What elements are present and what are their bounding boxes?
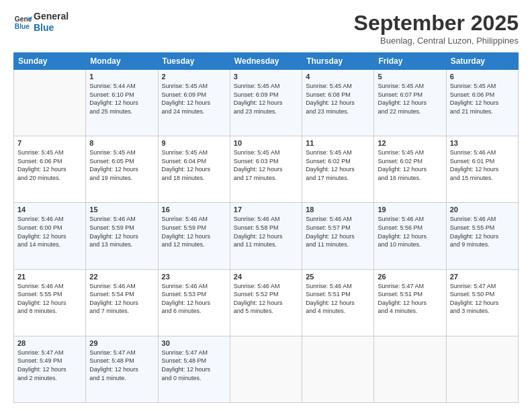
day-number: 8 <box>89 139 154 147</box>
day-number: 3 <box>234 73 298 81</box>
day-number: 7 <box>17 139 82 147</box>
day-number: 11 <box>306 139 370 147</box>
day-info: Sunrise: 5:46 AM Sunset: 6:01 PM Dayligh… <box>450 148 515 182</box>
day-info: Sunrise: 5:45 AM Sunset: 6:05 PM Dayligh… <box>89 148 154 182</box>
calendar-cell: 2Sunrise: 5:45 AM Sunset: 6:09 PM Daylig… <box>158 70 230 136</box>
calendar-cell <box>374 336 446 402</box>
day-number: 30 <box>162 339 226 347</box>
day-number: 19 <box>378 205 442 214</box>
day-info: Sunrise: 5:47 AM Sunset: 5:50 PM Dayligh… <box>450 282 515 316</box>
svg-text:Blue: Blue <box>15 23 30 30</box>
day-info: Sunrise: 5:46 AM Sunset: 5:58 PM Dayligh… <box>234 215 298 248</box>
calendar-cell <box>302 336 374 402</box>
week-row-4: 21Sunrise: 5:46 AM Sunset: 5:55 PM Dayli… <box>14 269 519 336</box>
day-info: Sunrise: 5:46 AM Sunset: 5:53 PM Dayligh… <box>162 282 226 316</box>
calendar-cell: 7Sunrise: 5:45 AM Sunset: 6:06 PM Daylig… <box>14 136 86 203</box>
day-info: Sunrise: 5:47 AM Sunset: 5:51 PM Dayligh… <box>378 282 442 316</box>
calendar-cell: 21Sunrise: 5:46 AM Sunset: 5:55 PM Dayli… <box>14 269 86 336</box>
header-saturday: Saturday <box>446 53 518 70</box>
day-info: Sunrise: 5:46 AM Sunset: 5:56 PM Dayligh… <box>378 215 442 248</box>
calendar-cell: 10Sunrise: 5:45 AM Sunset: 6:03 PM Dayli… <box>230 136 302 203</box>
day-number: 26 <box>378 273 442 281</box>
calendar-cell: 5Sunrise: 5:45 AM Sunset: 6:07 PM Daylig… <box>374 70 446 136</box>
header-sunday: Sunday <box>14 53 86 70</box>
calendar-cell: 13Sunrise: 5:46 AM Sunset: 6:01 PM Dayli… <box>446 136 518 203</box>
logo-icon: General Blue <box>13 13 32 32</box>
day-number: 13 <box>450 139 515 147</box>
calendar-cell: 22Sunrise: 5:46 AM Sunset: 5:54 PM Dayli… <box>86 269 158 336</box>
calendar-cell: 30Sunrise: 5:47 AM Sunset: 5:48 PM Dayli… <box>158 336 230 402</box>
calendar-cell: 26Sunrise: 5:47 AM Sunset: 5:51 PM Dayli… <box>374 269 446 336</box>
calendar-cell: 24Sunrise: 5:46 AM Sunset: 5:52 PM Dayli… <box>230 269 302 336</box>
day-info: Sunrise: 5:46 AM Sunset: 5:54 PM Dayligh… <box>89 282 154 316</box>
header-wednesday: Wednesday <box>230 53 302 70</box>
day-number: 23 <box>162 273 226 281</box>
day-number: 9 <box>162 139 226 147</box>
calendar-cell: 29Sunrise: 5:47 AM Sunset: 5:48 PM Dayli… <box>86 336 158 402</box>
day-info: Sunrise: 5:47 AM Sunset: 5:49 PM Dayligh… <box>17 349 82 382</box>
day-info: Sunrise: 5:46 AM Sunset: 5:59 PM Dayligh… <box>162 215 226 248</box>
calendar-cell: 17Sunrise: 5:46 AM Sunset: 5:58 PM Dayli… <box>230 203 302 269</box>
day-info: Sunrise: 5:46 AM Sunset: 5:59 PM Dayligh… <box>89 215 154 248</box>
day-info: Sunrise: 5:46 AM Sunset: 6:00 PM Dayligh… <box>17 215 82 248</box>
day-info: Sunrise: 5:46 AM Sunset: 5:51 PM Dayligh… <box>306 282 370 316</box>
calendar-cell: 16Sunrise: 5:46 AM Sunset: 5:59 PM Dayli… <box>158 203 230 269</box>
day-info: Sunrise: 5:45 AM Sunset: 6:09 PM Dayligh… <box>162 82 226 116</box>
day-info: Sunrise: 5:45 AM Sunset: 6:06 PM Dayligh… <box>450 82 515 116</box>
day-number: 27 <box>450 273 515 281</box>
day-info: Sunrise: 5:46 AM Sunset: 5:55 PM Dayligh… <box>450 215 515 248</box>
day-number: 4 <box>306 73 370 81</box>
calendar-cell: 28Sunrise: 5:47 AM Sunset: 5:49 PM Dayli… <box>14 336 86 402</box>
day-number: 29 <box>89 339 154 347</box>
calendar-cell <box>14 70 86 136</box>
day-number: 1 <box>89 73 154 81</box>
logo-text: General Blue <box>34 11 69 34</box>
day-info: Sunrise: 5:47 AM Sunset: 5:48 PM Dayligh… <box>162 349 226 382</box>
calendar-cell: 23Sunrise: 5:46 AM Sunset: 5:53 PM Dayli… <box>158 269 230 336</box>
day-number: 5 <box>378 73 442 81</box>
calendar-cell: 11Sunrise: 5:45 AM Sunset: 6:02 PM Dayli… <box>302 136 374 203</box>
day-info: Sunrise: 5:46 AM Sunset: 5:52 PM Dayligh… <box>234 282 298 316</box>
day-info: Sunrise: 5:47 AM Sunset: 5:48 PM Dayligh… <box>89 349 154 382</box>
day-number: 18 <box>306 205 370 214</box>
day-number: 28 <box>17 339 82 347</box>
header-tuesday: Tuesday <box>158 53 230 70</box>
day-number: 21 <box>17 273 82 281</box>
header: General Blue General Blue September 2025… <box>13 11 519 46</box>
calendar-cell: 3Sunrise: 5:45 AM Sunset: 6:09 PM Daylig… <box>230 70 302 136</box>
day-info: Sunrise: 5:44 AM Sunset: 6:10 PM Dayligh… <box>89 82 154 116</box>
day-number: 15 <box>89 205 154 214</box>
header-friday: Friday <box>374 53 446 70</box>
header-thursday: Thursday <box>302 53 374 70</box>
week-row-1: 1Sunrise: 5:44 AM Sunset: 6:10 PM Daylig… <box>14 70 519 136</box>
week-row-3: 14Sunrise: 5:46 AM Sunset: 6:00 PM Dayli… <box>14 203 519 269</box>
day-number: 10 <box>234 139 298 147</box>
day-info: Sunrise: 5:45 AM Sunset: 6:04 PM Dayligh… <box>162 148 226 182</box>
calendar-page: General Blue General Blue September 2025… <box>0 0 532 411</box>
day-number: 20 <box>450 205 515 214</box>
calendar-cell: 19Sunrise: 5:46 AM Sunset: 5:56 PM Dayli… <box>374 203 446 269</box>
calendar-cell: 15Sunrise: 5:46 AM Sunset: 5:59 PM Dayli… <box>86 203 158 269</box>
day-info: Sunrise: 5:45 AM Sunset: 6:02 PM Dayligh… <box>378 148 442 182</box>
location: Buenlag, Central Luzon, Philippines <box>354 36 519 46</box>
day-info: Sunrise: 5:45 AM Sunset: 6:09 PM Dayligh… <box>234 82 298 116</box>
calendar-cell: 18Sunrise: 5:46 AM Sunset: 5:57 PM Dayli… <box>302 203 374 269</box>
day-info: Sunrise: 5:46 AM Sunset: 5:57 PM Dayligh… <box>306 215 370 248</box>
header-monday: Monday <box>86 53 158 70</box>
header-row: SundayMondayTuesdayWednesdayThursdayFrid… <box>14 53 519 70</box>
day-info: Sunrise: 5:45 AM Sunset: 6:03 PM Dayligh… <box>234 148 298 182</box>
day-number: 22 <box>89 273 154 281</box>
day-number: 24 <box>234 273 298 281</box>
calendar-cell: 27Sunrise: 5:47 AM Sunset: 5:50 PM Dayli… <box>446 269 518 336</box>
day-number: 25 <box>306 273 370 281</box>
day-number: 2 <box>162 73 226 81</box>
month-title: September 2025 <box>354 11 519 36</box>
week-row-5: 28Sunrise: 5:47 AM Sunset: 5:49 PM Dayli… <box>14 336 519 402</box>
day-number: 16 <box>162 205 226 214</box>
calendar-cell: 9Sunrise: 5:45 AM Sunset: 6:04 PM Daylig… <box>158 136 230 203</box>
title-section: September 2025 Buenlag, Central Luzon, P… <box>354 11 519 46</box>
calendar-cell: 12Sunrise: 5:45 AM Sunset: 6:02 PM Dayli… <box>374 136 446 203</box>
week-row-2: 7Sunrise: 5:45 AM Sunset: 6:06 PM Daylig… <box>14 136 519 203</box>
calendar-cell: 25Sunrise: 5:46 AM Sunset: 5:51 PM Dayli… <box>302 269 374 336</box>
day-number: 17 <box>234 205 298 214</box>
